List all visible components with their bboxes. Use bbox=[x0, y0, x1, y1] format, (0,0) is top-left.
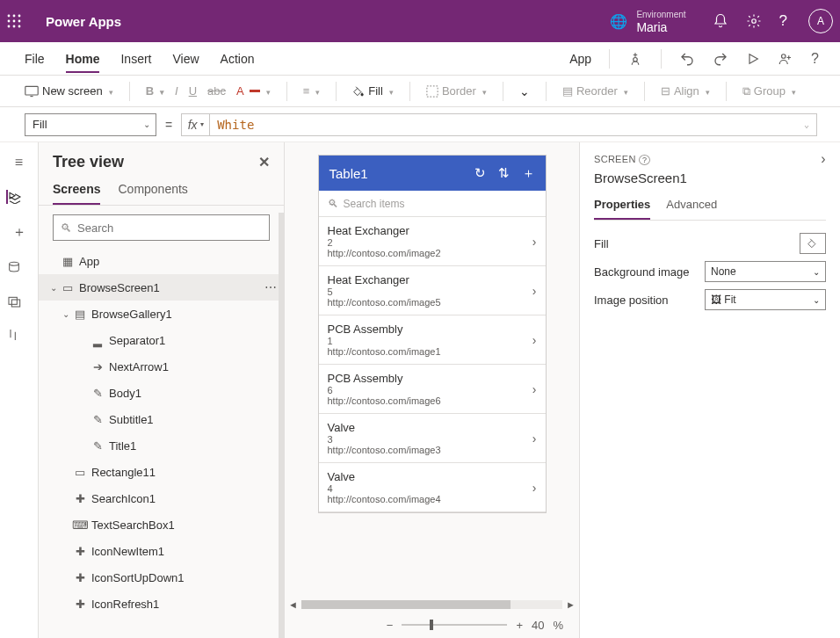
reorder-button[interactable]: ▤ Reorder bbox=[561, 84, 630, 98]
tree-node-label: IconNewItem1 bbox=[91, 545, 277, 558]
bg-image-dropdown[interactable]: None⌄ bbox=[705, 261, 826, 282]
tab-properties[interactable]: Properties bbox=[594, 194, 650, 220]
tree-node[interactable]: ✎Title1 bbox=[39, 432, 284, 459]
rail-media-icon[interactable] bbox=[7, 294, 32, 308]
tree-node[interactable]: ⌄▭BrowseScreen1⋯ bbox=[39, 274, 284, 301]
app-checker-icon[interactable] bbox=[627, 51, 643, 67]
img-position-dropdown[interactable]: 🖼 Fit⌄ bbox=[705, 289, 826, 310]
expand-toolbar-icon[interactable]: ⌄ bbox=[518, 84, 532, 98]
rail-hamburger-icon[interactable]: ≡ bbox=[7, 155, 32, 170]
align-text-button[interactable]: ≡ bbox=[301, 84, 322, 98]
gallery-row[interactable]: Valve3http://contoso.com/image3› bbox=[319, 414, 546, 463]
tree-node[interactable]: ▭Rectangle11 bbox=[39, 459, 284, 485]
search-icon: 🔍︎ bbox=[328, 198, 338, 210]
help-icon[interactable]: ? bbox=[779, 12, 787, 30]
chevron-right-icon[interactable]: › bbox=[532, 284, 537, 298]
strike-button[interactable]: abc bbox=[206, 84, 228, 98]
rail-insert-icon[interactable]: ＋ bbox=[7, 223, 32, 242]
menu-file[interactable]: File bbox=[25, 52, 45, 66]
add-icon[interactable]: ＋ bbox=[522, 165, 535, 182]
tree-node[interactable]: ✚IconRefresh1 bbox=[39, 591, 284, 617]
zoom-out-icon[interactable]: − bbox=[387, 619, 394, 632]
tree-search-input[interactable]: 🔍︎ bbox=[53, 214, 270, 241]
font-color-button[interactable]: A bbox=[235, 84, 272, 98]
tree-node[interactable]: ⌨TextSearchBox1 bbox=[39, 511, 284, 538]
share-icon[interactable] bbox=[778, 51, 793, 67]
zoom-slider[interactable] bbox=[402, 624, 507, 626]
fill-button[interactable]: Fill bbox=[351, 84, 395, 98]
rail-data-icon[interactable] bbox=[7, 261, 32, 275]
tree-node[interactable]: ✎Subtitle1 bbox=[39, 406, 284, 432]
bell-icon[interactable] bbox=[713, 13, 728, 29]
tree-node[interactable]: ⌄▤BrowseGallery1 bbox=[39, 301, 284, 327]
menu-insert[interactable]: Insert bbox=[120, 52, 151, 66]
border-button[interactable]: Border bbox=[424, 84, 489, 98]
fill-color-picker[interactable] bbox=[800, 233, 826, 254]
align-button[interactable]: ⊟ Align bbox=[659, 84, 712, 98]
app-menu[interactable]: App bbox=[569, 52, 591, 66]
menu-action[interactable]: Action bbox=[221, 52, 255, 66]
redo-icon[interactable] bbox=[713, 51, 728, 67]
zoom-in-icon[interactable]: + bbox=[516, 619, 523, 632]
refresh-icon[interactable]: ↻ bbox=[474, 165, 486, 181]
gallery-row[interactable]: PCB Assembly1http://contoso.com/image1› bbox=[319, 315, 546, 365]
tree-node[interactable]: ▦App bbox=[39, 248, 284, 274]
left-rail: ≡ ＋ bbox=[0, 142, 39, 638]
svg-point-5 bbox=[18, 20, 21, 23]
scrollbar[interactable] bbox=[279, 213, 284, 638]
group-button[interactable]: ⧉ Group bbox=[741, 84, 798, 98]
close-icon[interactable]: ✕ bbox=[258, 154, 270, 170]
undo-icon[interactable] bbox=[679, 51, 695, 67]
info-icon[interactable]: ? bbox=[639, 155, 650, 165]
italic-button[interactable]: I bbox=[173, 84, 180, 98]
property-dropdown[interactable]: Fill⌄ bbox=[25, 113, 156, 136]
rail-tools-icon[interactable] bbox=[7, 328, 32, 342]
rail-tree-icon[interactable] bbox=[6, 190, 31, 204]
app-preview[interactable]: Table1 ↻ ⇅ ＋ 🔍︎ Search items Heat Exchan… bbox=[318, 155, 547, 513]
chevron-right-icon[interactable]: › bbox=[532, 382, 537, 396]
canvas-hscroll[interactable]: ◄ ► bbox=[285, 598, 579, 612]
more-icon[interactable]: ⋯ bbox=[264, 280, 277, 294]
sort-icon[interactable]: ⇅ bbox=[498, 165, 510, 181]
properties-panel: SCREEN ? › BrowseScreen1 Properties Adva… bbox=[580, 142, 840, 638]
tree-node[interactable]: ➔NextArrow1 bbox=[39, 353, 284, 380]
tree-node[interactable]: ✚IconNewItem1 bbox=[39, 538, 284, 564]
bold-button[interactable]: B bbox=[144, 84, 166, 98]
gallery-row[interactable]: PCB Assembly6http://contoso.com/image6› bbox=[319, 365, 546, 414]
tab-screens[interactable]: Screens bbox=[53, 178, 100, 205]
fx-icon[interactable]: fx bbox=[181, 113, 209, 136]
underline-button[interactable]: U bbox=[187, 84, 199, 98]
chevron-right-icon[interactable]: › bbox=[532, 333, 537, 347]
row-subtitle: 6 bbox=[328, 385, 532, 395]
avatar[interactable]: A bbox=[808, 9, 833, 33]
chevron-right-icon[interactable]: › bbox=[532, 431, 537, 446]
new-screen-button[interactable]: New screen bbox=[23, 84, 115, 98]
scroll-left-icon[interactable]: ◄ bbox=[288, 599, 298, 610]
chevron-right-icon[interactable]: › bbox=[821, 151, 826, 167]
environment-picker[interactable]: 🌐 Environment Maria bbox=[610, 9, 685, 33]
gallery-row[interactable]: Heat Exchanger2http://contoso.com/image2… bbox=[319, 217, 546, 266]
chevron-icon[interactable]: ⌄ bbox=[47, 283, 60, 293]
waffle-icon[interactable] bbox=[7, 14, 42, 28]
chevron-icon[interactable]: ⌄ bbox=[60, 309, 72, 319]
formula-input[interactable]: White⌄ bbox=[209, 113, 817, 136]
tree-node[interactable]: ✎Body1 bbox=[39, 380, 284, 406]
tree-node[interactable]: ✚IconSortUpDown1 bbox=[39, 564, 284, 591]
gear-icon[interactable] bbox=[746, 13, 762, 29]
play-icon[interactable] bbox=[746, 52, 760, 66]
chevron-right-icon[interactable]: › bbox=[532, 235, 537, 249]
help2-icon[interactable]: ? bbox=[811, 51, 819, 67]
menu-home[interactable]: Home bbox=[66, 52, 100, 73]
label-icon: ✎ bbox=[90, 439, 105, 453]
tree-node[interactable]: ✚SearchIcon1 bbox=[39, 485, 284, 511]
gallery-row[interactable]: Valve4http://contoso.com/image4› bbox=[319, 463, 546, 512]
scroll-right-icon[interactable]: ► bbox=[566, 599, 576, 610]
tree-node[interactable]: ▂Separator1 bbox=[39, 327, 284, 353]
chevron-right-icon[interactable]: › bbox=[532, 481, 537, 495]
menu-view[interactable]: View bbox=[172, 52, 199, 66]
gallery-row[interactable]: Heat Exchanger5http://contoso.com/image5… bbox=[319, 266, 546, 315]
tab-advanced[interactable]: Advanced bbox=[666, 194, 717, 220]
search-icon: 🔍︎ bbox=[61, 221, 72, 235]
preview-search[interactable]: 🔍︎ Search items bbox=[319, 191, 546, 217]
tab-components[interactable]: Components bbox=[118, 178, 187, 205]
